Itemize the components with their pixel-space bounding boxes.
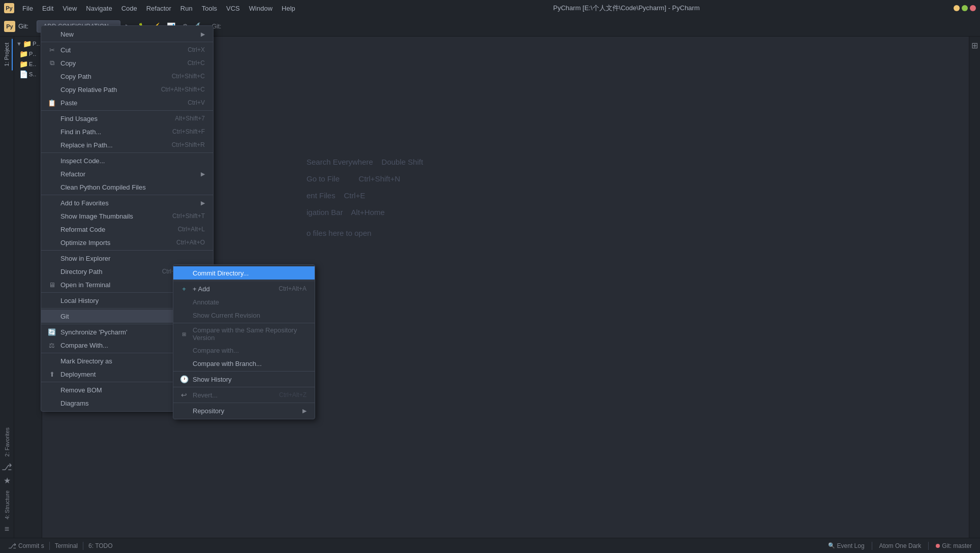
left-sidebar: 1: Project 2: Favorites ⎇ ★ 4: Structure… [0,37,14,538]
menu-item-inspect-code[interactable]: Inspect Code... [41,154,213,167]
statusbar-todo[interactable]: 6: TODO [84,542,117,549]
menu-run[interactable]: Run [176,3,197,14]
menu-item-copy-relative-path[interactable]: Copy Relative Path Ctrl+Alt+Shift+C [41,83,213,96]
compare-same-repo-label: Compare with the Same Repository Version [193,326,307,342]
menu-item-image-thumbnails[interactable]: Show Image Thumbnails Ctrl+Shift+T [41,209,213,223]
clean-python-icon [47,182,56,192]
menu-item-show-in-explorer[interactable]: Show in Explorer [41,252,213,265]
menu-view[interactable]: View [58,3,81,14]
add-icon: + [179,284,189,293]
git-menu-show-current-revision[interactable]: Show Current Revision [173,309,315,322]
reformat-label: Reformat Code [60,226,170,233]
menu-item-add-to-favorites[interactable]: Add to Favorites ▶ [41,196,213,209]
statusbar-git-branch[interactable]: Git: master [932,542,976,549]
menu-refactor[interactable]: Refactor [142,3,175,14]
recent-files-shortcut: Ctrl+E [344,191,365,200]
menu-item-new[interactable]: New ▶ [41,27,213,41]
terminal-icon: 🖥 [47,280,56,289]
menu-tools[interactable]: Tools [198,3,221,14]
copy-path-label: Copy Path [60,73,164,80]
menu-item-paste[interactable]: 📋 Paste Ctrl+V [41,96,213,109]
close-button[interactable] [970,5,976,11]
git-menu-annotate[interactable]: Annotate [173,295,315,309]
find-usages-shortcut: Alt+Shift+7 [175,115,205,122]
compare-with2-label: Compare with... [193,347,307,354]
new-arrow: ▶ [201,31,205,38]
project-tree-item-3[interactable]: 📁 Ext [15,59,41,69]
copy-rel-path-label: Copy Relative Path [60,86,153,94]
todo-label: 6: TODO [88,542,113,549]
menu-file[interactable]: File [18,3,37,14]
show-in-explorer-label: Show in Explorer [60,255,205,262]
sidebar-item-structure[interactable]: 4: Structure [2,488,12,521]
project-tree-item-1[interactable]: ▼ 📁 Proje [15,39,41,49]
window-title: PyCharm [E:\个人文件\Code\Pycharm] - PyCharm [299,4,954,13]
search-everywhere-label: Search Everywhere [307,158,373,166]
refactor-arrow: ▶ [201,171,205,177]
menu-item-replace-in-path[interactable]: Replace in Path... Ctrl+Shift+R [41,138,213,151]
statusbar-theme[interactable]: Atom One Dark [875,542,926,549]
replace-in-path-label: Replace in Path... [60,141,164,149]
git-menu-compare-branch[interactable]: Compare with Branch... [173,357,315,370]
deployment-icon: ⬆ [47,370,56,379]
sidebar-item-git[interactable]: ⎇ [2,462,12,473]
git-menu-revert[interactable]: ↩ Revert... Ctrl+Alt+Z [173,388,315,402]
statusbar-right: 🔍 Event Log Atom One Dark Git: master [824,542,976,550]
commit-dir-icon [179,268,189,278]
right-sidebar-grid-icon[interactable]: ⊞ [969,39,980,52]
menu-help[interactable]: Help [278,3,299,14]
minimize-button[interactable] [954,5,960,11]
clean-python-label: Clean Python Compiled Files [60,183,205,191]
paste-shortcut: Ctrl+V [188,99,205,106]
add-shortcut: Ctrl+Alt+A [279,285,307,292]
nav-bar-label: igation Bar [307,208,343,217]
revert-icon: ↩ [179,390,189,400]
menu-item-copy[interactable]: ⧉ Copy Ctrl+C [41,56,213,70]
separator-2 [41,110,213,111]
cut-shortcut: Ctrl+X [188,46,205,53]
open-files-hint: o files here to open [307,229,372,237]
git-menu-compare-with[interactable]: Compare with... [173,344,315,357]
menu-item-optimize-imports[interactable]: Optimize Imports Ctrl+Alt+O [41,236,213,249]
sidebar-item-bottom[interactable]: ≡ [5,525,9,534]
menu-item-cut[interactable]: ✂ Cut Ctrl+X [41,43,213,56]
git-menu-add[interactable]: + + Add Ctrl+Alt+A [173,282,315,295]
sidebar-item-project[interactable]: 1: Project [2,39,13,70]
statusbar-commit[interactable]: ⎇ Commit s [4,542,48,550]
copy-rel-path-icon [47,85,56,94]
git-menu-repository[interactable]: Repository ▶ [173,404,315,417]
git-menu-commit-directory[interactable]: Commit Directory... [173,266,315,280]
git-branch-label: Git: master [942,542,972,549]
menu-item-refactor[interactable]: Refactor ▶ [41,167,213,180]
sync-icon: 🔄 [47,327,56,336]
menu-navigate[interactable]: Navigate [82,3,116,14]
menu-edit[interactable]: Edit [38,3,57,14]
find-in-path-icon [47,127,56,136]
menu-item-find-in-path[interactable]: Find in Path... Ctrl+Shift+F [41,125,213,138]
menu-vcs[interactable]: VCS [222,3,244,14]
project-tree-item-2[interactable]: 📁 Pyc [15,49,41,59]
find-usages-icon [47,114,56,123]
maximize-button[interactable] [962,5,968,11]
statusbar-terminal[interactable]: Terminal [51,542,82,549]
project-tree-item-4[interactable]: 📄 Scr [15,69,41,79]
status-sep-3 [872,542,872,550]
sidebar-item-star[interactable]: ★ [4,476,11,485]
find-usages-label: Find Usages [60,115,167,122]
menu-item-reformat[interactable]: Reformat Code Ctrl+Alt+L [41,223,213,236]
replace-in-path-icon [47,140,56,149]
git-separator-5 [173,403,315,403]
right-sidebar: ⊞ [969,37,980,538]
reformat-icon [47,225,56,234]
menu-code[interactable]: Code [117,3,141,14]
menu-item-find-usages[interactable]: Find Usages Alt+Shift+7 [41,112,213,125]
recent-files-label: ent Files [307,191,335,200]
menu-window[interactable]: Window [245,3,277,14]
menu-item-clean-python[interactable]: Clean Python Compiled Files [41,180,213,194]
go-to-file-shortcut: Ctrl+Shift+N [359,174,401,183]
statusbar-event-log[interactable]: 🔍 Event Log [824,542,869,549]
git-menu-show-history[interactable]: 🕐 Show History [173,373,315,386]
sidebar-item-favorites[interactable]: 2: Favorites [2,425,12,458]
git-menu-compare-same-repo[interactable]: ⊞ Compare with the Same Repository Versi… [173,324,315,344]
menu-item-copy-path[interactable]: Copy Path Ctrl+Shift+C [41,70,213,83]
